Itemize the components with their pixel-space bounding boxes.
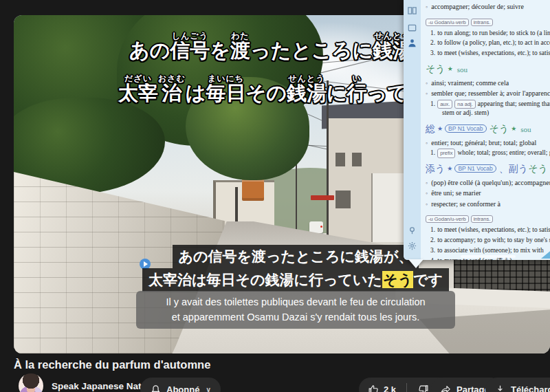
house (371, 173, 407, 242)
headword-part: sou (457, 65, 468, 74)
definition: 1.to run along; to run beside; to stick … (430, 28, 550, 39)
window (352, 153, 362, 166)
vocab-tag-badge: BP N1 Vocab (454, 164, 496, 173)
subscribed-button[interactable]: Abonné ∨ (140, 378, 221, 392)
grammar-tag: -u Godan/u-verb (426, 19, 469, 26)
popup-callout-arrow (408, 259, 424, 268)
download-label: Télécharger (511, 384, 550, 392)
headword-part: ★ (511, 125, 516, 132)
red-gate (311, 195, 334, 200)
caption-segment[interactable]: 毎日まいにち (206, 82, 246, 104)
definition-number: 1. (430, 149, 435, 156)
caption-segment[interactable]: に (327, 82, 347, 104)
dict-entry-headword: 総★BP N1 Vocabそう★sou (426, 123, 550, 135)
definition-continued: stem or adj. stem) (442, 109, 550, 118)
bullet-icon: ◦ (426, 201, 428, 208)
dict-entry: 添う★BP N1 Vocab、副うそう★◦(pop) être collé (à… (426, 163, 550, 260)
utility-pole (327, 80, 329, 246)
headword-part: ★ (448, 65, 453, 72)
chevron-down-icon: ∨ (206, 386, 210, 392)
divider (406, 383, 407, 392)
gloss-french: ◦respecter; se conformer à (426, 199, 550, 210)
definition-number: 4. (430, 257, 435, 260)
caption-segment[interactable]: 行い (347, 82, 367, 104)
caption-segment[interactable]: 太宰だざい (118, 82, 158, 104)
definition: 2.to follow (a policy, plan, etc.); to a… (430, 38, 550, 48)
caption-segment[interactable]: 渡わた (230, 39, 250, 61)
gloss-french: ◦être uni; se marier (426, 188, 550, 199)
headword-part: 、 (499, 164, 509, 174)
gloss-french: ◦ainsi; vraiment; comme cela (426, 78, 550, 89)
headword-part: ★ (437, 125, 443, 132)
definition-number: 3. (430, 50, 435, 56)
caption-segment[interactable]: を (210, 39, 230, 61)
video-title: À la recherche du parfum d'automne (14, 358, 210, 371)
caption-segment[interactable]: その (246, 82, 287, 104)
caption-segment[interactable]: 太宰治は毎日その銭湯に行っていた (148, 272, 382, 287)
caption-segment[interactable]: 信号しんごう (170, 39, 210, 61)
headword-part: そう (426, 64, 446, 74)
window (336, 190, 351, 208)
headword-part: ★ (447, 165, 452, 172)
definition: 3.to associate with (someone); to mix wi… (430, 246, 550, 256)
definition-number: 3. (430, 247, 435, 254)
popup-definitions-panel[interactable]: ◦accompagner; découler de; suivre-u Goda… (421, 0, 550, 260)
scroll-more-indicator-icon[interactable] (541, 248, 550, 259)
caption-segment[interactable]: あの (129, 39, 170, 61)
dict-entry-headword: 添う★BP N1 Vocab、副うそう★ (426, 163, 550, 175)
dict-entry: そう★sou◦ainsi; vraiment; comme cela◦sembl… (426, 63, 550, 118)
bullet-icon: ◦ (426, 90, 428, 97)
thumbs-up-icon[interactable] (368, 384, 380, 392)
gloss-french: ◦accompagner; découler de; suivre (426, 1, 550, 12)
caption-jp-top-line1[interactable]: あの信号しんごうを渡わたったところに銭湯せんとうが (129, 32, 433, 61)
like-count[interactable]: 2 k (384, 384, 396, 392)
user-icon[interactable] (407, 38, 417, 48)
definition: 1.aux.na adj.appearing that; seeming tha… (430, 99, 550, 109)
flashcard-icon[interactable] (407, 23, 417, 33)
gloss-french: ◦sembler que; ressembler à; avoir l'appa… (426, 88, 550, 99)
definition-number: 2. (430, 237, 435, 243)
headword-part: 添う (426, 164, 445, 174)
headword-part: 副う (509, 164, 528, 174)
thumbs-down-icon[interactable] (417, 384, 429, 392)
dict-entry-headword: そう★sou (426, 63, 550, 76)
headword-part: 総 (426, 124, 435, 134)
caption-french-translation[interactable]: Il y avait des toilettes publiques devan… (136, 291, 455, 329)
grammar-tags: -u Godan/u-verbintrans. (426, 14, 550, 27)
caption-word-highlight[interactable]: そう (382, 271, 413, 288)
caption-segment[interactable]: 銭湯せんとう (287, 82, 327, 104)
popup-sidebar (404, 0, 421, 260)
dict-entry: ◦accompagner; découler de; suivre-u Goda… (426, 1, 550, 58)
definition: 1.prefixwhole; total; gross; entire; ove… (430, 148, 550, 158)
caption-segment[interactable]: ったところに (250, 39, 373, 61)
bullet-icon: ◦ (426, 190, 428, 197)
bullet-icon: ◦ (426, 80, 428, 87)
channel-avatar[interactable] (19, 373, 43, 392)
grammar-tag: na adj. (454, 100, 476, 109)
caption-segment[interactable]: は (186, 82, 206, 104)
caption-jp-top-line2[interactable]: 太宰だざい治おさむは毎日まいにちその銭湯せんとうに行いっていた (118, 74, 448, 103)
caption-segment[interactable]: です (413, 272, 443, 287)
settings-gear-icon[interactable] (407, 241, 417, 251)
dictionary-popup: ◦accompagner; découler de; suivre-u Goda… (404, 0, 550, 260)
dictionary-book-icon[interactable] (407, 6, 417, 16)
bullet-icon: ◦ (426, 3, 428, 10)
grammar-tags: -u Godan/u-verbintrans. (426, 211, 550, 224)
caption-jp-bottom-line2[interactable]: 太宰治は毎日その銭湯に行っていたそうです (142, 268, 449, 292)
caption-jp-bottom-line1[interactable]: あの信号を渡ったところに銭湯が、 (173, 245, 419, 268)
caption-segment[interactable]: あの信号を渡ったところに銭湯が、 (179, 248, 413, 264)
grammar-tag: aux. (437, 100, 452, 109)
popup-scrollbar[interactable] (461, 255, 516, 258)
youtube-watch-page: { "theme":{ "page_bg":"#191919","highlig… (0, 0, 550, 392)
caption-french-line: Il y avait des toilettes publiques devan… (144, 294, 447, 309)
download-icon (494, 384, 506, 392)
caption-segment[interactable]: 治おさむ (158, 82, 186, 104)
grammar-tag: intrans. (471, 19, 494, 26)
bullet-icon: ◦ (426, 140, 428, 146)
grammar-tag: prefix (437, 149, 455, 158)
definition: 2.to accompany; to go with; to stay by o… (430, 235, 550, 246)
orange-sign (242, 177, 264, 201)
pin-icon[interactable] (407, 226, 417, 236)
headword-part: そう (528, 164, 548, 174)
download-button[interactable]: Télécharger (485, 378, 550, 392)
